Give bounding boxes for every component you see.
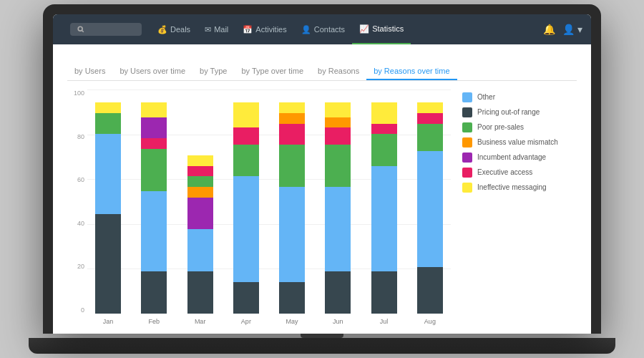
laptop-shell: 💰Deals✉Mail📅Activities👤Contacts📈Statisti…	[43, 4, 601, 334]
chart-tabs: by Usersby Users over timeby Typeby Type…	[67, 63, 577, 81]
y-label: 0	[67, 306, 87, 314]
bar-group-apr: Apr	[225, 102, 267, 314]
chart-container: by Usersby Users over timeby Typeby Type…	[53, 44, 591, 334]
legend-color-box	[462, 92, 472, 102]
bar-segment	[187, 166, 213, 177]
nav-label-deals: Deals	[170, 25, 190, 34]
search-icon	[77, 26, 84, 33]
bar-segment	[141, 117, 167, 139]
bar-segment	[417, 151, 443, 267]
bar-segment	[233, 145, 259, 176]
legend-color-box	[462, 168, 472, 178]
nav-icon-mail: ✉	[205, 25, 211, 34]
bar-segment	[141, 138, 167, 149]
legend-color-box	[462, 122, 472, 132]
bar-stack	[371, 102, 397, 314]
legend-item: Executive access	[462, 168, 577, 178]
legend-label: Ineffective messaging	[477, 183, 547, 192]
bar-segment	[187, 155, 213, 166]
search-box[interactable]	[70, 23, 142, 36]
bar-segment	[371, 134, 397, 165]
bar-segment	[371, 271, 397, 314]
bar-segment	[141, 191, 167, 271]
user-avatar[interactable]: 👤 ▾	[562, 24, 582, 35]
chart-tab-by-reasons[interactable]: by Reasons	[311, 63, 366, 80]
nav-icon-statistics: 📈	[359, 24, 369, 34]
legend-color-box	[462, 153, 472, 163]
bar-segment	[187, 198, 213, 229]
nav-label-contacts: Contacts	[314, 25, 345, 34]
chart-tab-by-users-over-time[interactable]: by Users over time	[112, 63, 192, 80]
legend-item: Poor pre-sales	[462, 122, 577, 132]
chart-tab-by-type-over-time[interactable]: by Type over time	[234, 63, 311, 80]
nav-icon-deals: 💰	[157, 25, 167, 34]
bar-segment	[279, 282, 305, 314]
y-label: 100	[67, 90, 87, 97]
nav-item-deals[interactable]: 💰Deals	[150, 14, 197, 44]
nav-item-activities[interactable]: 📅Activities	[235, 14, 293, 44]
bar-segment	[325, 117, 351, 128]
bar-segment	[279, 145, 305, 187]
bar-segment	[279, 187, 305, 282]
bars-wrapper: JanFebMarAprMayJunJulAug	[87, 90, 451, 326]
svg-line-1	[82, 30, 84, 32]
legend-item: Pricing out-of range	[462, 107, 577, 117]
legend-label: Incumbent advantage	[477, 153, 546, 162]
chart-tab-by-users[interactable]: by Users	[67, 63, 112, 80]
legend-color-box	[462, 137, 472, 147]
bar-segment	[325, 127, 351, 145]
bar-segment	[371, 166, 397, 272]
bar-month-label: Aug	[424, 318, 436, 325]
legend-label: Other	[477, 93, 495, 102]
bar-group-feb: Feb	[133, 102, 175, 314]
bar-segment	[187, 271, 213, 314]
nav-right: 🔔 👤 ▾	[543, 24, 582, 35]
bar-month-label: May	[286, 318, 298, 325]
bar-month-label: Jan	[103, 318, 114, 325]
navbar: 💰Deals✉Mail📅Activities👤Contacts📈Statisti…	[53, 14, 591, 44]
bar-segment	[95, 113, 121, 135]
y-label: 80	[67, 133, 87, 140]
legend-item: Ineffective messaging	[462, 183, 577, 193]
bar-segment	[325, 145, 351, 187]
bar-segment	[417, 102, 443, 113]
bar-stack	[187, 102, 213, 314]
y-label: 20	[67, 263, 87, 270]
legend-label: Pricing out-of range	[477, 108, 540, 117]
y-label: 40	[67, 220, 87, 227]
bar-segment	[325, 271, 351, 314]
bar-stack	[233, 102, 259, 314]
nav-item-statistics[interactable]: 📈Statistics	[352, 14, 411, 44]
nav-item-mail[interactable]: ✉Mail	[197, 14, 235, 44]
bar-segment	[187, 176, 213, 187]
bar-month-label: Apr	[241, 318, 251, 325]
bar-stack	[325, 102, 351, 314]
bar-segment	[233, 282, 259, 314]
chart-tab-by-type[interactable]: by Type	[192, 63, 234, 80]
y-label: 60	[67, 176, 87, 183]
bar-month-label: Feb	[149, 318, 160, 325]
nav-label-statistics: Statistics	[372, 24, 404, 33]
nav-label-mail: Mail	[214, 25, 228, 34]
bar-group-mar: Mar	[180, 102, 221, 314]
bar-segment	[325, 102, 351, 117]
bell-icon[interactable]: 🔔	[543, 24, 555, 35]
bar-segment	[279, 113, 305, 124]
bar-segment	[95, 102, 121, 113]
bar-segment	[95, 214, 121, 314]
bar-segment	[233, 176, 259, 282]
y-axis: 020406080100	[67, 90, 87, 314]
bar-segment	[233, 102, 259, 127]
bar-month-label: Jun	[333, 318, 343, 325]
legend-label: Business value mismatch	[477, 138, 558, 147]
bar-segment	[417, 113, 443, 124]
bar-segment	[141, 149, 167, 191]
chart-tab-by-reasons-over-time[interactable]: by Reasons over time	[366, 63, 457, 80]
legend-item: Business value mismatch	[462, 137, 577, 147]
bar-stack	[141, 102, 167, 314]
chart-main: 020406080100 JanFebMarAprMayJunJulAug Ot…	[67, 90, 577, 326]
legend-color-box	[462, 183, 472, 193]
bar-segment	[417, 267, 443, 314]
nav-item-contacts[interactable]: 👤Contacts	[294, 14, 352, 44]
bar-chart-area: 020406080100 JanFebMarAprMayJunJulAug	[67, 90, 451, 326]
